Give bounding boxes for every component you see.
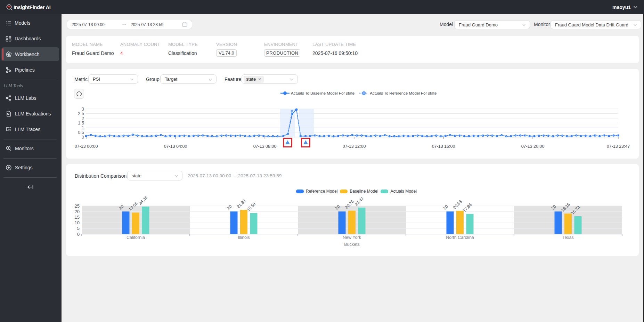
- svg-text:24.36: 24.36: [138, 195, 148, 206]
- svg-text:20.63: 20.63: [452, 199, 463, 210]
- svg-text:15: 15: [75, 215, 80, 220]
- svg-text:20: 20: [226, 204, 233, 211]
- svg-text:Buckets: Buckets: [344, 242, 359, 247]
- svg-text:3: 3: [82, 106, 84, 112]
- svg-text:07-13 08:00: 07-13 08:00: [253, 144, 277, 149]
- svg-text:21.39: 21.39: [236, 198, 247, 209]
- svg-text:New York: New York: [343, 235, 361, 240]
- svg-text:0: 0: [77, 232, 80, 237]
- svg-text:5: 5: [77, 226, 80, 231]
- svg-text:2: 2: [82, 116, 84, 121]
- svg-text:20: 20: [75, 209, 80, 214]
- svg-text:07-13 20:00: 07-13 20:00: [521, 144, 545, 149]
- svg-text:Texas: Texas: [562, 235, 574, 240]
- svg-text:07-13 04:00: 07-13 04:00: [164, 144, 187, 149]
- svg-text:California: California: [127, 235, 145, 240]
- svg-text:25: 25: [75, 203, 80, 209]
- svg-text:Illinois: Illinois: [238, 235, 250, 240]
- svg-text:1.5: 1.5: [78, 120, 84, 126]
- svg-text:10: 10: [75, 220, 80, 225]
- svg-text:0: 0: [82, 135, 84, 140]
- svg-text:2.5: 2.5: [78, 111, 84, 116]
- svg-text:07-13 12:00: 07-13 12:00: [343, 144, 366, 149]
- svg-text:1: 1: [82, 125, 84, 130]
- svg-text:23.47: 23.47: [354, 196, 365, 207]
- svg-text:07-13 00:00: 07-13 00:00: [75, 144, 98, 149]
- svg-text:18.59: 18.59: [246, 201, 256, 212]
- svg-text:20: 20: [442, 204, 449, 211]
- svg-text:0.5: 0.5: [78, 130, 84, 135]
- svg-text:07-13 23:47: 07-13 23:47: [607, 144, 630, 149]
- svg-text:North Carolina: North Carolina: [446, 235, 474, 240]
- svg-text:07-13 16:00: 07-13 16:00: [432, 144, 455, 149]
